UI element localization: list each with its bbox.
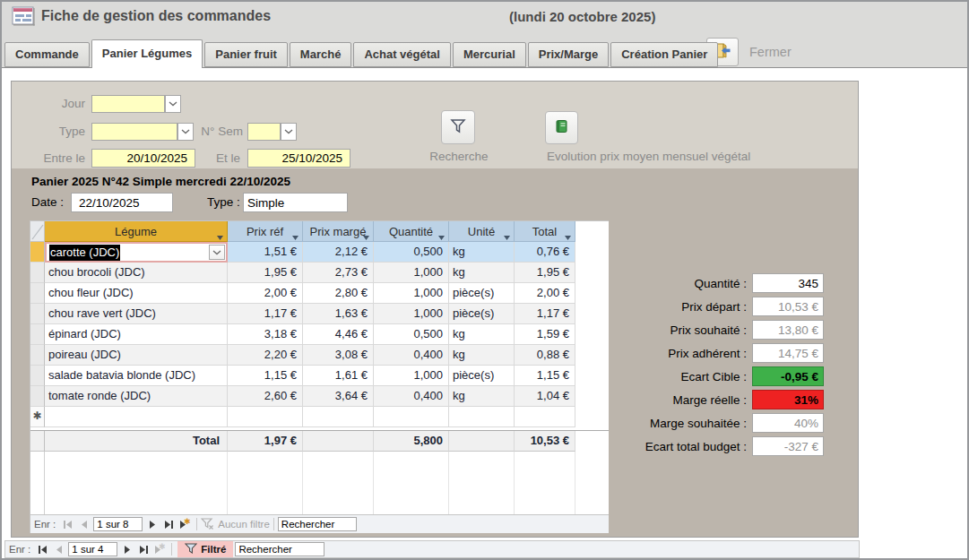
- cell-legume[interactable]: carotte (JDC): [45, 242, 228, 263]
- cell-prix-ref[interactable]: 2,60 €: [228, 386, 303, 407]
- form-search-input[interactable]: Rechercher: [235, 542, 324, 556]
- cell-prix-marge[interactable]: 3,64 €: [303, 386, 374, 407]
- cell-empty[interactable]: [303, 407, 374, 427]
- cell-legume-empty[interactable]: [45, 407, 228, 427]
- combo-arrow-button[interactable]: [209, 245, 225, 260]
- summary-field[interactable]: 31%: [752, 390, 824, 409]
- cell-quantite[interactable]: 0,400: [374, 345, 449, 366]
- summary-field[interactable]: 345: [752, 273, 824, 293]
- cell-quantite[interactable]: 0,400: [374, 386, 449, 407]
- cell-total[interactable]: 0,88 €: [515, 345, 575, 366]
- cell-empty[interactable]: [449, 407, 515, 427]
- cell-prix-ref[interactable]: 2,20 €: [228, 345, 303, 366]
- first-record-button[interactable]: [59, 518, 75, 531]
- new-record-row[interactable]: ✱: [30, 407, 609, 427]
- tab-achat-vegetal[interactable]: Achat végétal: [353, 42, 451, 67]
- cell-legume[interactable]: épinard (JDC): [45, 324, 228, 345]
- summary-field[interactable]: 40%: [752, 413, 824, 433]
- column-header-prix-ref[interactable]: Prix réf: [228, 221, 303, 242]
- cell-prix-ref[interactable]: 1,17 €: [228, 304, 303, 324]
- cell-empty[interactable]: [228, 407, 303, 427]
- select-all-corner[interactable]: [30, 221, 45, 242]
- row-selector[interactable]: [30, 324, 45, 345]
- summary-field[interactable]: 14,75 €: [752, 343, 824, 363]
- cell-quantite[interactable]: 1,000: [374, 366, 449, 386]
- no-filter-indicator[interactable]: Aucun filtre: [201, 518, 270, 531]
- summary-field[interactable]: 10,53 €: [752, 297, 824, 316]
- filter-dropdown-icon[interactable]: [363, 229, 369, 243]
- entre-le-date-field[interactable]: [91, 149, 195, 168]
- cell-prix-ref[interactable]: 1,95 €: [228, 263, 303, 283]
- cell-legume[interactable]: chou brocoli (JDC): [45, 263, 228, 283]
- cell-quantite[interactable]: 1,000: [374, 304, 449, 324]
- cell-prix-ref[interactable]: 2,00 €: [228, 283, 303, 304]
- cell-legume[interactable]: salade batavia blonde (JDC): [45, 366, 228, 386]
- row-selector[interactable]: [30, 263, 45, 283]
- cell-total[interactable]: 1,59 €: [515, 324, 575, 345]
- cell-quantite[interactable]: 0,500: [374, 242, 449, 263]
- cell-prix-marge[interactable]: 2,80 €: [303, 283, 374, 304]
- last-record-button[interactable]: [135, 543, 151, 556]
- cell-unite[interactable]: kg: [449, 242, 515, 263]
- filtered-indicator[interactable]: Filtré: [177, 541, 233, 557]
- filter-dropdown-icon[interactable]: [504, 229, 510, 243]
- tab-panier-legumes[interactable]: Panier Légumes: [91, 39, 203, 68]
- cell-prix-marge[interactable]: 3,08 €: [303, 345, 374, 366]
- tab-commande[interactable]: Commande: [4, 42, 90, 67]
- cell-unite[interactable]: kg: [449, 324, 515, 345]
- row-selector[interactable]: [30, 345, 45, 366]
- cell-total[interactable]: 1,04 €: [515, 386, 575, 407]
- new-record-button[interactable]: ✱: [151, 543, 168, 556]
- last-record-button[interactable]: [160, 518, 177, 531]
- column-header-total[interactable]: Total: [515, 221, 575, 242]
- type-field[interactable]: [243, 193, 348, 212]
- tab-marche[interactable]: Marché: [290, 42, 352, 67]
- row-selector[interactable]: [30, 366, 45, 386]
- cell-quantite[interactable]: 1,000: [374, 283, 449, 304]
- cell-legume[interactable]: chou fleur (JDC): [45, 283, 228, 304]
- previous-record-button[interactable]: [75, 518, 91, 531]
- column-header-prix-marge[interactable]: Prix margé: [303, 221, 374, 242]
- evolution-button[interactable]: [545, 111, 578, 144]
- row-selector[interactable]: [30, 386, 45, 407]
- cell-empty[interactable]: [515, 407, 575, 427]
- previous-record-button[interactable]: [50, 543, 66, 556]
- recherche-button[interactable]: [441, 110, 475, 144]
- tab-mercurial[interactable]: Mercurial: [453, 42, 526, 67]
- cell-quantite[interactable]: 1,000: [374, 263, 449, 283]
- cell-total[interactable]: 1,15 €: [515, 366, 575, 386]
- new-record-selector[interactable]: ✱: [30, 407, 45, 427]
- next-record-button[interactable]: [119, 543, 135, 556]
- cell-unite[interactable]: kg: [449, 263, 515, 283]
- cell-unite[interactable]: pièce(s): [449, 283, 515, 304]
- cell-legume[interactable]: poireau (JDC): [45, 345, 228, 366]
- cell-prix-ref[interactable]: 1,15 €: [228, 366, 303, 386]
- tab-creation-panier[interactable]: Création Panier: [610, 42, 718, 67]
- cell-total[interactable]: 0,76 €: [515, 242, 575, 263]
- cell-total[interactable]: 1,17 €: [515, 304, 575, 324]
- summary-field[interactable]: -327 €: [752, 436, 824, 456]
- cell-unite[interactable]: pièce(s): [449, 366, 515, 386]
- row-selector[interactable]: [30, 242, 45, 263]
- cell-total[interactable]: 1,95 €: [515, 263, 575, 283]
- jour-combo[interactable]: [91, 95, 165, 113]
- cell-legume[interactable]: chou rave vert (JDC): [45, 304, 228, 324]
- summary-field[interactable]: -0,95 €: [752, 366, 824, 386]
- semaine-combo-arrow-icon[interactable]: [281, 123, 297, 141]
- filter-dropdown-icon[interactable]: [565, 229, 571, 243]
- filter-dropdown-icon[interactable]: [438, 229, 445, 243]
- column-header-unite[interactable]: Unité: [449, 221, 515, 242]
- filter-dropdown-icon[interactable]: [292, 229, 298, 243]
- record-position[interactable]: 1 sur 4: [68, 542, 117, 556]
- tab-panier-fruit[interactable]: Panier fruit: [204, 42, 288, 67]
- cell-empty[interactable]: [374, 407, 449, 427]
- cell-unite[interactable]: kg: [449, 345, 515, 366]
- cell-prix-marge[interactable]: 4,46 €: [303, 324, 374, 345]
- jour-combo-arrow-icon[interactable]: [165, 95, 181, 113]
- cell-prix-marge[interactable]: 2,73 €: [303, 263, 374, 283]
- semaine-combo[interactable]: [247, 123, 281, 141]
- cell-unite[interactable]: kg: [449, 386, 515, 407]
- row-selector[interactable]: [30, 304, 45, 324]
- record-position[interactable]: 1 sur 8: [93, 517, 143, 531]
- cell-total[interactable]: 2,00 €: [515, 283, 575, 304]
